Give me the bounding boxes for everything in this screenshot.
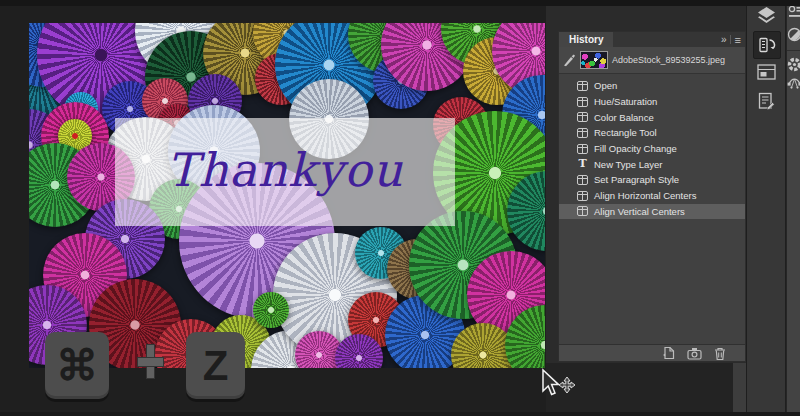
collapsed-panels-column-a <box>746 0 785 416</box>
plus-horizontal-bar <box>137 357 164 367</box>
history-brush-source-icon[interactable] <box>562 53 576 67</box>
history-state-label: Set Paragraph Style <box>594 174 679 185</box>
tab-history[interactable]: History <box>559 32 613 47</box>
history-state-label: Align Horizontal Centers <box>594 190 696 201</box>
panel-header-controls: » ≡ <box>721 32 745 47</box>
state-icon <box>577 144 588 154</box>
plus-separator-glyph <box>137 344 164 379</box>
history-state-row[interactable]: TNew Type Layer <box>559 156 745 172</box>
history-list-empty-space <box>559 219 745 344</box>
delete-state-trash-button[interactable] <box>714 347 726 360</box>
paper-rosette <box>253 292 289 328</box>
adjustments-panel-icon[interactable] <box>787 27 800 42</box>
thankyou-script-text: Thankyou <box>167 143 404 197</box>
history-state-label: Open <box>594 80 617 91</box>
history-panel-footer <box>559 344 745 361</box>
history-state-row[interactable]: Color Balance <box>559 109 745 125</box>
window-top-edge <box>0 0 800 6</box>
command-key-glyph: ⌘ <box>56 345 98 387</box>
z-key-overlay: Z <box>186 332 245 399</box>
command-key-overlay: ⌘ <box>45 332 109 399</box>
history-state-row[interactable]: Open <box>559 78 745 94</box>
state-icon <box>577 97 588 107</box>
levels-panel-icon[interactable] <box>788 5 800 19</box>
header-divider <box>730 35 731 44</box>
new-document-from-state-button[interactable] <box>662 346 675 360</box>
navigator-panel-icon[interactable] <box>757 64 776 80</box>
panel-tab-bar: History » ≡ <box>559 32 745 47</box>
new-snapshot-camera-button[interactable] <box>687 347 702 360</box>
document-canvas[interactable]: Thankyou <box>29 23 545 368</box>
history-state-row[interactable]: Align Horizontal Centers <box>559 188 745 204</box>
type-icon: T <box>577 159 588 169</box>
document-filename: AdobeStock_89539255.jpeg <box>612 55 725 65</box>
history-states-list: OpenHue/SaturationColor BalanceRectangle… <box>559 74 745 219</box>
color-wheel-panel-icon[interactable] <box>787 57 800 72</box>
state-icon <box>577 191 588 201</box>
history-state-label: Align Vertical Centers <box>594 206 685 217</box>
state-icon <box>577 128 588 138</box>
history-panel-icon-active[interactable] <box>753 31 781 59</box>
history-state-label: New Type Layer <box>594 159 662 170</box>
state-icon <box>577 112 588 122</box>
history-state-label: Hue/Saturation <box>594 96 657 107</box>
strip-b-separator <box>787 50 800 51</box>
history-panel: History » ≡ AdobeStock_89539255.jpeg Ope… <box>558 31 746 362</box>
photoshop-workspace: Thankyou ⌘ Z History » ≡ A <box>0 0 800 416</box>
state-icon <box>577 206 588 216</box>
collapsed-panels-column-b <box>786 0 800 416</box>
history-state-row[interactable]: Hue/Saturation <box>559 94 745 110</box>
history-source-row[interactable]: AdobeStock_89539255.jpeg <box>559 47 745 74</box>
layers-panel-icon[interactable] <box>756 6 777 25</box>
collapse-to-icons-button[interactable]: » <box>721 34 726 45</box>
history-state-row[interactable]: Set Paragraph Style <box>559 172 745 188</box>
state-icon <box>577 175 588 185</box>
history-state-label: Color Balance <box>594 112 654 123</box>
dock-edge-strip <box>733 363 746 412</box>
window-bottom-edge <box>0 412 800 416</box>
history-state-row[interactable]: Fill Opacity Change <box>559 141 745 157</box>
history-state-row[interactable]: Rectangle Tool <box>559 125 745 141</box>
history-state-label: Fill Opacity Change <box>594 143 677 154</box>
z-key-glyph: Z <box>203 345 229 387</box>
history-state-label: Rectangle Tool <box>594 127 657 138</box>
notes-panel-icon[interactable] <box>758 92 775 110</box>
pen-path-panel-icon[interactable] <box>787 75 800 89</box>
move-tool-cursor <box>539 368 579 404</box>
history-state-row[interactable]: Align Vertical Centers <box>559 204 745 220</box>
state-icon <box>577 81 588 91</box>
panel-menu-button[interactable]: ≡ <box>735 34 741 46</box>
document-thumbnail[interactable] <box>580 51 608 69</box>
translucent-banner-rectangle: Thankyou <box>115 118 455 226</box>
